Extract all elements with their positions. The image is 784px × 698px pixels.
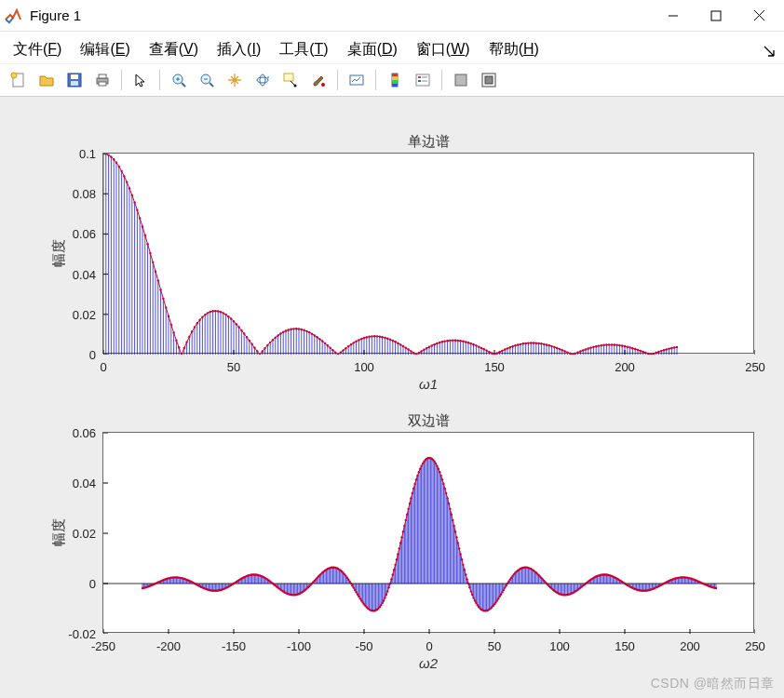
svg-point-327	[246, 336, 248, 338]
svg-point-424	[498, 351, 500, 353]
svg-point-1150	[400, 536, 402, 538]
open-button[interactable]	[34, 67, 60, 93]
svg-point-406	[452, 339, 453, 341]
print-button[interactable]	[89, 67, 115, 93]
svg-point-305	[188, 335, 190, 337]
svg-point-403	[444, 340, 446, 342]
undock-arrow-icon[interactable]	[764, 45, 775, 60]
svg-point-389	[407, 348, 409, 350]
svg-point-395	[423, 349, 425, 351]
zoom-out-button[interactable]	[194, 67, 220, 93]
data-cursor-button[interactable]	[277, 67, 304, 93]
svg-point-396	[426, 347, 427, 349]
svg-point-1192	[455, 536, 457, 538]
svg-point-1181	[441, 478, 443, 480]
svg-point-276	[113, 158, 115, 160]
svg-point-363	[340, 351, 342, 353]
svg-point-335	[266, 344, 268, 346]
svg-point-477	[637, 349, 639, 351]
menu-help[interactable]: 帮助(H)	[485, 38, 543, 61]
plot1-ylabel: 幅度	[50, 239, 68, 267]
svg-point-384	[394, 341, 396, 342]
svg-point-454	[576, 351, 578, 353]
svg-point-490	[670, 347, 672, 349]
svg-point-1186	[448, 503, 450, 504]
svg-point-312	[207, 312, 209, 314]
svg-point-443	[548, 344, 550, 346]
pan-button[interactable]	[222, 67, 248, 93]
svg-point-475	[631, 347, 633, 349]
menubar: 文件(F) 编辑(E) 查看(V) 插入(I) 工具(T) 桌面(D) 窗口(W…	[0, 32, 784, 63]
svg-point-450	[566, 351, 568, 353]
svg-point-339	[277, 334, 278, 336]
svg-point-1148	[399, 547, 400, 549]
svg-point-434	[524, 342, 526, 344]
svg-point-414	[472, 343, 474, 345]
svg-point-20	[260, 74, 265, 86]
svg-point-343	[288, 329, 290, 330]
svg-point-318	[223, 312, 224, 314]
svg-point-1142	[390, 578, 392, 580]
menu-view[interactable]: 查看(V)	[145, 38, 202, 61]
svg-point-1118	[359, 597, 361, 599]
svg-point-359	[329, 346, 331, 348]
link-button[interactable]	[344, 67, 370, 93]
svg-point-1182	[442, 483, 444, 485]
svg-rect-33	[418, 80, 421, 82]
svg-point-340	[279, 332, 281, 334]
svg-point-1190	[453, 525, 454, 527]
menu-edit[interactable]: 编辑(E)	[76, 38, 133, 61]
maximize-button[interactable]	[695, 2, 737, 30]
svg-point-482	[650, 354, 652, 355]
menu-insert[interactable]: 插入(I)	[213, 38, 264, 61]
svg-point-353	[314, 334, 316, 336]
zoom-in-button[interactable]	[166, 67, 192, 93]
svg-point-460	[592, 346, 594, 348]
svg-point-310	[201, 315, 203, 317]
colorbar-button[interactable]	[382, 67, 408, 93]
save-button[interactable]	[61, 67, 88, 93]
svg-point-451	[569, 353, 571, 355]
rotate-button[interactable]	[250, 67, 276, 93]
svg-rect-1	[711, 11, 721, 20]
legend-button[interactable]	[410, 67, 436, 93]
plot-single-sided[interactable]: 单边谱 幅度 ω1 05010015020025000.020.040.060.…	[102, 153, 754, 354]
svg-point-319	[224, 314, 226, 315]
plot-double-sided[interactable]: 双边谱 幅度 ω2 -250-200-150-100-5005010015020…	[102, 432, 754, 633]
svg-point-408	[457, 340, 459, 342]
svg-point-292	[155, 270, 156, 272]
svg-point-1157	[410, 497, 412, 499]
menu-file[interactable]: 文件(F)	[9, 38, 65, 61]
svg-point-1165	[420, 465, 422, 467]
svg-point-344	[290, 329, 291, 330]
insert-axes-button[interactable]	[448, 67, 474, 93]
brush-button[interactable]	[305, 67, 331, 93]
svg-point-415	[475, 344, 477, 346]
svg-point-1202	[468, 586, 470, 588]
svg-point-341	[282, 331, 284, 333]
svg-point-479	[642, 351, 643, 353]
menu-tools[interactable]: 工具(T)	[276, 38, 331, 61]
svg-rect-8	[71, 81, 78, 86]
svg-point-421	[491, 352, 493, 354]
new-figure-button[interactable]	[6, 67, 32, 93]
svg-point-470	[618, 344, 620, 346]
svg-point-1146	[396, 558, 398, 560]
menu-window[interactable]: 窗口(W)	[412, 38, 474, 61]
pointer-button[interactable]	[128, 67, 154, 93]
minimize-button[interactable]	[652, 2, 695, 30]
svg-point-458	[588, 347, 589, 349]
menu-desktop[interactable]: 桌面(D)	[344, 38, 401, 61]
toolbar-separator	[159, 70, 160, 90]
dock-button[interactable]	[476, 67, 502, 93]
close-button[interactable]	[737, 2, 780, 30]
svg-point-289	[146, 243, 148, 245]
svg-point-1224	[497, 597, 499, 599]
svg-point-398	[431, 344, 433, 346]
svg-point-309	[198, 318, 200, 320]
svg-point-447	[559, 348, 561, 350]
svg-point-426	[504, 348, 506, 350]
svg-point-317	[220, 311, 222, 313]
svg-point-329	[250, 343, 252, 345]
svg-point-1162	[416, 475, 418, 477]
